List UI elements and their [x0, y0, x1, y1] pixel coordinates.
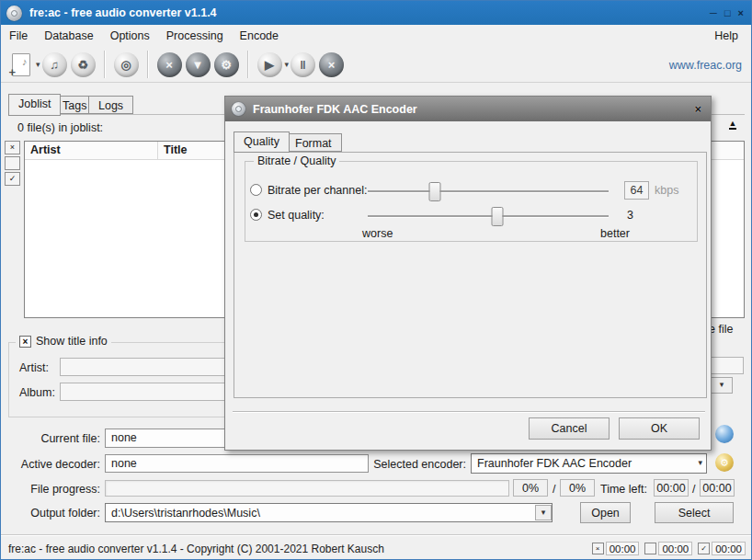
menu-database[interactable]: Database	[36, 27, 102, 45]
selected-encoder-value: Fraunhofer FDK AAC Encoder	[477, 457, 632, 470]
menu-encode[interactable]: Encode	[232, 27, 287, 45]
single-file-checkbox-label: e file	[709, 323, 733, 336]
dialog-icon	[232, 102, 245, 116]
trash-icon: ♻	[71, 52, 96, 77]
joblist-count: 0 file(s) in joblist:	[17, 121, 103, 134]
active-decoder-label: Active decoder:	[1, 458, 100, 471]
minimize-button[interactable]: ─	[710, 7, 717, 18]
add-file-icon: ♪ +	[12, 53, 30, 76]
current-file-label: Current file:	[1, 432, 100, 445]
percent-separator: /	[553, 483, 555, 496]
gear-icon: ⚙	[214, 52, 239, 77]
time-value: 00:00	[658, 542, 692, 555]
music-note-icon: ♫	[42, 52, 67, 77]
file-percent: 0%	[513, 479, 548, 497]
rip-cd-button[interactable]: ♫	[40, 50, 69, 80]
add-files-button[interactable]: ♪ +	[6, 50, 35, 80]
funnel-icon: ▼	[186, 52, 211, 77]
encoder-options-button[interactable]: ⚙	[212, 50, 241, 80]
tab-logs[interactable]: Logs	[88, 96, 133, 114]
stop-encoding-button[interactable]: ×	[317, 50, 346, 80]
encoder-config-dialog: Fraunhofer FDK AAC Encoder × Quality For…	[224, 96, 712, 451]
cddb-query-button[interactable]: ◎	[112, 50, 141, 80]
eject-icon: ▲	[729, 120, 737, 130]
close-button[interactable]: ×	[738, 7, 744, 18]
time-value: 00:00	[606, 542, 640, 555]
general-settings-button[interactable]: ×	[155, 50, 184, 80]
total-percent: 0%	[560, 479, 595, 497]
empty-box-icon	[644, 543, 656, 554]
time-value: 00:00	[712, 542, 746, 555]
output-folder-label: Output folder:	[1, 507, 100, 520]
check-box-icon: ✓	[698, 543, 710, 554]
tab-joblist[interactable]: Joblist	[8, 94, 61, 116]
toolbar-separator	[247, 51, 249, 78]
window-title: fre:ac - free audio converter v1.1.4	[29, 6, 217, 19]
dialog-tab-page	[234, 152, 707, 398]
x-box-icon: ×	[592, 543, 604, 554]
dialog-title: Fraunhofer FDK AAC Encoder	[253, 103, 417, 116]
menu-help[interactable]: Help	[709, 28, 744, 44]
select-all-button[interactable]: ×	[5, 141, 20, 154]
output-folder-value: d:\Users\tristanrhodes\Music\	[111, 507, 260, 520]
menu-file[interactable]: File	[1, 27, 36, 45]
file-progress-bar	[105, 480, 509, 497]
title-info-legend: × Show title info	[16, 335, 111, 348]
show-title-info-checkbox[interactable]: ×	[19, 336, 31, 348]
output-folder-select[interactable]: d:\Users\tristanrhodes\Music\	[105, 503, 553, 522]
status-bar: fre:ac - free audio converter v1.1.4 - C…	[1, 534, 751, 560]
freac-window: fre:ac - free audio converter v1.1.4 ─ □…	[0, 0, 752, 560]
eject-button[interactable]: ▲	[722, 117, 744, 131]
dialog-separator	[233, 411, 705, 412]
menu-processing[interactable]: Processing	[158, 27, 232, 45]
app-icon	[6, 6, 22, 21]
toggle-selection-button[interactable]: ✓	[5, 172, 20, 186]
output-folder-dropdown-button[interactable]: ▾	[535, 505, 552, 520]
stop-icon: ×	[319, 52, 344, 77]
selected-encoder-label: Selected encoder:	[367, 458, 466, 471]
time-left-label: Time left:	[600, 483, 647, 496]
filename-pattern-field[interactable]	[711, 357, 744, 374]
column-header-title[interactable]: Title	[158, 142, 187, 159]
time-indicator-selected: × 00:00	[592, 542, 640, 555]
selected-encoder-select[interactable]: Fraunhofer FDK AAC Encoder ▾	[471, 453, 707, 474]
dialog-tab-format[interactable]: Format	[285, 133, 342, 152]
processing-button[interactable]: ▼	[184, 50, 212, 80]
dialog-close-button[interactable]: ×	[694, 102, 701, 116]
album-label: Album:	[19, 386, 55, 399]
remove-all-button[interactable]: ♻	[69, 50, 97, 80]
toolbar: ♪ + ▾ ♫ ♻ ◎ × ▼ ⚙ ▶ ▾ ‖	[1, 47, 752, 83]
tools-icon: ×	[157, 52, 182, 77]
encoder-settings-icon[interactable]: ⚙	[715, 453, 734, 472]
active-decoder-field: none	[105, 454, 369, 473]
toolbar-separator	[147, 51, 149, 78]
blue-orb-icon	[715, 425, 734, 443]
file-progress-label: File progress:	[1, 483, 100, 496]
ok-button[interactable]: OK	[619, 417, 700, 440]
menu-options[interactable]: Options	[102, 27, 158, 45]
toolbar-separator	[104, 51, 106, 78]
start-encoding-button[interactable]: ▶	[256, 50, 284, 80]
select-none-button[interactable]	[5, 156, 20, 170]
maximize-button[interactable]: □	[724, 7, 731, 18]
time-left-total: 00:00	[700, 479, 735, 497]
dialog-titlebar: Fraunhofer FDK AAC Encoder ×	[225, 97, 711, 121]
select-button[interactable]: Select	[655, 502, 734, 523]
show-title-info-label: Show title info	[36, 335, 108, 348]
menu-bar: File Database Options Processing Encode …	[1, 25, 751, 48]
chevron-down-icon: ▾	[698, 458, 702, 467]
open-button[interactable]: Open	[580, 502, 631, 523]
pattern-dropdown-button[interactable]: ▾	[711, 377, 733, 394]
time-indicator-all: ✓ 00:00	[698, 542, 746, 555]
time-indicator-unselected: 00:00	[644, 542, 692, 555]
time-separator: /	[692, 483, 695, 496]
website-link[interactable]: www.freac.org	[669, 59, 742, 72]
artist-label: Artist:	[19, 361, 49, 374]
dialog-tab-quality[interactable]: Quality	[234, 131, 290, 153]
pause-encoding-button[interactable]: ‖	[289, 50, 317, 80]
time-left-file: 00:00	[654, 479, 689, 497]
play-icon: ▶	[257, 52, 282, 77]
cancel-button[interactable]: Cancel	[529, 417, 610, 440]
column-header-artist[interactable]: Artist	[25, 142, 158, 159]
pause-icon: ‖	[291, 52, 315, 77]
